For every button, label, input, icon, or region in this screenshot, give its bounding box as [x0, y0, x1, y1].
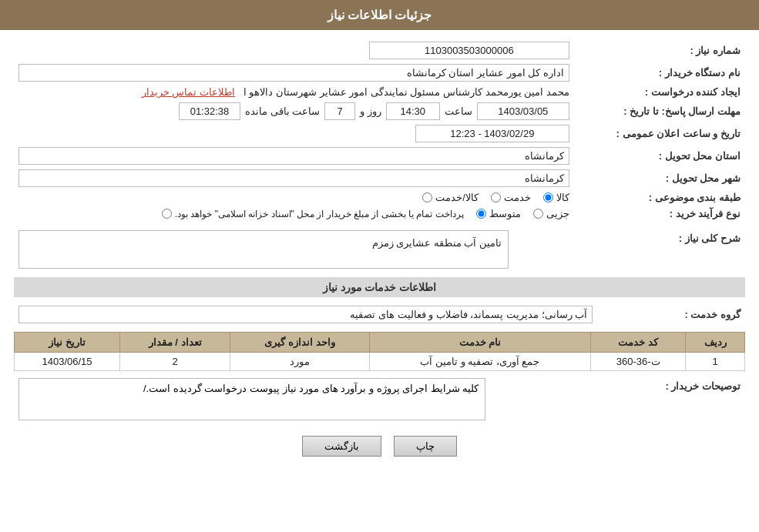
main-content: شماره نیاز : 1103003503000006 نام دستگاه…	[0, 30, 759, 473]
tarikh-field: 1403/02/29 - 12:23	[415, 125, 569, 142]
service-section-title: اطلاعات خدمات مورد نیاز	[14, 277, 745, 297]
cell-radif: 1	[686, 353, 745, 371]
noe-option-mottavaset: متوسط	[476, 208, 521, 219]
noe-jozi-label: جزیی	[546, 208, 569, 219]
mohlat-label: مهلت ارسال پاسخ: تا تاریخ :	[574, 100, 745, 122]
mohlat-row: مهلت ارسال پاسخ: تا تاریخ : 1403/03/05 س…	[14, 100, 745, 122]
noe-radio-group: جزیی متوسط پرداخت تمام یا بخشی از مبلغ خ…	[18, 208, 569, 219]
ostan-value: کرمانشاه	[14, 145, 574, 167]
ejad-konnande-row: ایجاد کننده درخواست : محمد امین یورمحمد …	[14, 84, 745, 100]
tabaqe-row: طبقه بندی موضوعی : کالا خدمت کالا/خدمت	[14, 189, 745, 206]
shahr-field: کرمانشاه	[18, 169, 569, 187]
grohe-label: گروه خدمت :	[597, 303, 745, 326]
grohe-row: گروه خدمت : آب رسانی؛ مدیریت پسماند، فاض…	[14, 303, 745, 326]
shomare-niaz-row: شماره نیاز : 1103003503000006	[14, 39, 745, 62]
back-button[interactable]: بازگشت	[302, 436, 381, 457]
mande-label: ساعت باقی مانده	[245, 105, 320, 117]
col-tedad: تعداد / مقدار	[120, 333, 230, 353]
tarikh-value: 1403/02/29 - 12:23	[14, 122, 574, 145]
page-wrapper: جزئیات اطلاعات نیاز شماره نیاز : 1103003…	[0, 0, 759, 532]
noe-asnad-radio[interactable]	[162, 209, 172, 219]
noe-row: نوع فرآیند خرید : جزیی متوسط پرداخت تمام…	[14, 206, 745, 222]
tabaqe-label: طبقه بندی موضوعی :	[574, 189, 745, 206]
button-group: چاپ بازگشت	[14, 436, 745, 457]
noe-mottavaset-radio[interactable]	[476, 209, 486, 219]
mohlat-date-field: 1403/03/05	[477, 102, 569, 120]
grohe-table: گروه خدمت : آب رسانی؛ مدیریت پسماند، فاض…	[14, 303, 745, 326]
noe-value: جزیی متوسط پرداخت تمام یا بخشی از مبلغ خ…	[14, 206, 574, 222]
col-nam: نام خدمت	[369, 333, 590, 353]
toseef-row: توصیحات خریدار :	[14, 376, 745, 425]
table-row: 1 ت-36-360 جمع آوری، تصفیه و تامین آب مو…	[15, 353, 745, 371]
noe-option-jozi: جزیی	[533, 208, 569, 219]
mohlat-roz-field: 7	[324, 102, 355, 120]
ejad-konnande-link[interactable]: اطلاعات تماس خریدار	[142, 86, 235, 98]
mohlat-row-flex: 1403/03/05 ساعت 14:30 روز و 7 ساعت باقی …	[18, 102, 569, 120]
tabaqe-kala-khedmat-radio[interactable]	[422, 192, 432, 202]
ostan-label: استان محل تحویل :	[574, 145, 745, 167]
nam-dastgah-label: نام دستگاه خریدار :	[574, 62, 745, 84]
grohe-value: آب رسانی؛ مدیریت پسماند، فاضلاب و فعالیت…	[14, 303, 597, 326]
tarikh-row: تاریخ و ساعت اعلان عمومی : 1403/02/29 - …	[14, 122, 745, 145]
sharh-text: تامین آب منطقه عشایری زمزم	[372, 237, 502, 249]
roz-label: روز و	[360, 105, 381, 117]
print-button[interactable]: چاپ	[394, 436, 457, 457]
ejad-konnande-value: محمد امین یورمحمد کارشناس مسئول نمایندگی…	[14, 84, 574, 100]
tabaqe-kala-radio[interactable]	[543, 192, 553, 202]
shahr-label: شهر محل تحویل :	[574, 167, 745, 189]
shahr-row: شهر محل تحویل : کرمانشاه	[14, 167, 745, 189]
col-kod: کد خدمت	[591, 333, 686, 353]
noe-option-asnad: پرداخت تمام یا بخشی از مبلغ خریدار از مح…	[162, 209, 464, 219]
nam-dastgah-value: اداره کل امور عشایر استان کرمانشاه	[14, 62, 574, 84]
tabaqe-radio-group: کالا خدمت کالا/خدمت	[18, 192, 569, 203]
sharh-box: تامین آب منطقه عشایری زمزم	[18, 230, 509, 269]
ostan-field: کرمانشاه	[18, 147, 569, 165]
ejad-konnande-label: ایجاد کننده درخواست :	[574, 84, 745, 100]
table-header-row: ردیف کد خدمت نام خدمت واحد اندازه گیری ت…	[15, 333, 745, 353]
toseef-textarea[interactable]	[18, 378, 485, 420]
tarikh-label: تاریخ و ساعت اعلان عمومی :	[574, 122, 745, 145]
cell-tedad: 2	[120, 353, 230, 371]
shomare-niaz-field: 1103003503000006	[369, 42, 569, 59]
toseef-table: توصیحات خریدار :	[14, 376, 745, 425]
table-body: 1 ت-36-360 جمع آوری، تصفیه و تامین آب مو…	[15, 353, 745, 371]
tabaqe-kala-khedmat-label: کالا/خدمت	[435, 192, 479, 203]
sharh-row: شرح کلی نیاز : تامین آب منطقه عشایری زمز…	[14, 228, 745, 271]
col-tarikh: تاریخ نیاز	[15, 333, 120, 353]
sharh-label: شرح کلی نیاز :	[513, 228, 745, 271]
noe-jozi-radio[interactable]	[533, 209, 543, 219]
tabaqe-option-kala-khedmat: کالا/خدمت	[422, 192, 479, 203]
mohlat-saat-field: 14:30	[386, 102, 440, 120]
noe-label: نوع فرآیند خرید :	[574, 206, 745, 222]
page-title: جزئیات اطلاعات نیاز	[327, 8, 432, 22]
cell-nam: جمع آوری، تصفیه و تامین آب	[369, 353, 590, 371]
tabaqe-khedmat-label: خدمت	[504, 192, 531, 203]
noe-asnad-label: پرداخت تمام یا بخشی از مبلغ خریدار از مح…	[175, 209, 464, 219]
toseef-label: توصیحات خریدار :	[490, 376, 745, 425]
service-data-table: ردیف کد خدمت نام خدمت واحد اندازه گیری ت…	[14, 332, 745, 371]
mohlat-mande-field: 01:32:38	[179, 102, 240, 120]
mohlat-value: 1403/03/05 ساعت 14:30 روز و 7 ساعت باقی …	[14, 100, 574, 122]
sharh-form-table: شرح کلی نیاز : تامین آب منطقه عشایری زمز…	[14, 228, 745, 271]
toseef-value	[14, 376, 490, 425]
shahr-value: کرمانشاه	[14, 167, 574, 189]
cell-vahed: مورد	[230, 353, 370, 371]
ostan-row: استان محل تحویل : کرمانشاه	[14, 145, 745, 167]
tabaqe-khedmat-radio[interactable]	[491, 192, 501, 202]
saat-label: ساعت	[445, 105, 472, 117]
tabaqe-option-kala: کالا	[543, 192, 569, 203]
nam-dastgah-row: نام دستگاه خریدار : اداره کل امور عشایر …	[14, 62, 745, 84]
ejad-konnande-text: محمد امین یورمحمد کارشناس مسئول نمایندگی…	[243, 86, 569, 98]
sharh-value: تامین آب منطقه عشایری زمزم	[14, 228, 513, 271]
tabaqe-option-khedmat: خدمت	[491, 192, 531, 203]
grohe-field: آب رسانی؛ مدیریت پسماند، فاضلاب و فعالیت…	[18, 306, 593, 323]
cell-kod: ت-36-360	[591, 353, 686, 371]
shomare-niaz-value: 1103003503000006	[14, 39, 574, 62]
nam-dastgah-field: اداره کل امور عشایر استان کرمانشاه	[18, 64, 569, 82]
page-header: جزئیات اطلاعات نیاز	[0, 0, 759, 30]
main-form-table: شماره نیاز : 1103003503000006 نام دستگاه…	[14, 39, 745, 222]
tabaqe-value: کالا خدمت کالا/خدمت	[14, 189, 574, 206]
table-header: ردیف کد خدمت نام خدمت واحد اندازه گیری ت…	[15, 333, 745, 353]
col-vahed: واحد اندازه گیری	[230, 333, 370, 353]
col-radif: ردیف	[686, 333, 745, 353]
